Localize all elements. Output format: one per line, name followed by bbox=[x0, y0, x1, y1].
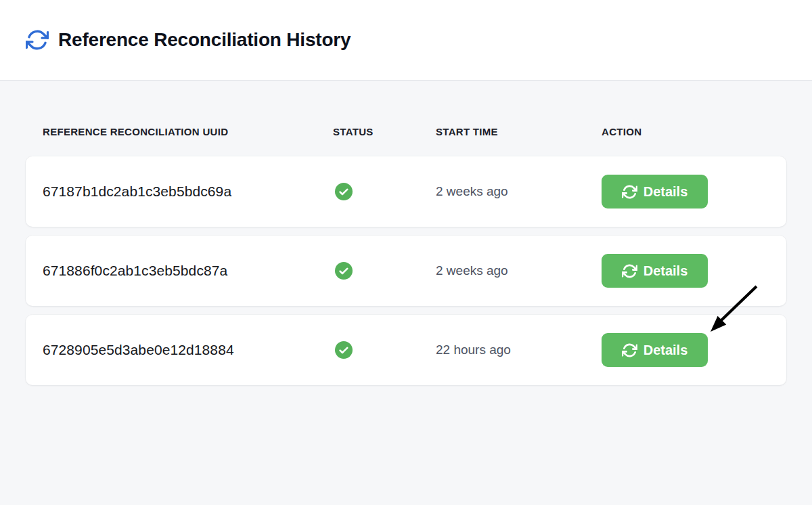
sync-icon bbox=[26, 28, 49, 51]
reconciliation-uuid: 6728905e5d3abe0e12d18884 bbox=[43, 342, 333, 358]
table-row: 671886f0c2ab1c3eb5bdc87a 2 weeks ago Det… bbox=[26, 236, 786, 306]
page-header: Reference Reconciliation History bbox=[0, 0, 812, 81]
check-circle-icon bbox=[335, 341, 353, 359]
check-circle-icon bbox=[335, 262, 353, 280]
status-cell bbox=[333, 341, 436, 359]
status-cell bbox=[333, 262, 436, 280]
page-title: Reference Reconciliation History bbox=[58, 29, 351, 51]
action-cell: Details bbox=[602, 175, 769, 208]
column-header-uuid: REFERENCE RECONCILIATION UUID bbox=[43, 127, 333, 137]
details-button[interactable]: Details bbox=[602, 175, 708, 208]
status-cell bbox=[333, 183, 436, 200]
start-time: 2 weeks ago bbox=[436, 184, 602, 199]
details-button[interactable]: Details bbox=[602, 254, 708, 288]
reconciliation-uuid: 671886f0c2ab1c3eb5bdc87a bbox=[43, 263, 333, 279]
details-button[interactable]: Details bbox=[602, 333, 708, 367]
start-time: 22 hours ago bbox=[436, 343, 602, 357]
column-header-start-time: START TIME bbox=[436, 127, 602, 137]
table-row: 67187b1dc2ab1c3eb5bdc69a 2 weeks ago Det… bbox=[26, 156, 786, 227]
column-header-action: ACTION bbox=[602, 127, 769, 137]
details-button-label: Details bbox=[644, 343, 688, 358]
check-circle-icon bbox=[335, 183, 353, 200]
details-button-label: Details bbox=[644, 184, 688, 200]
refresh-icon bbox=[622, 343, 637, 358]
refresh-icon bbox=[622, 263, 637, 279]
history-table: REFERENCE RECONCILIATION UUID STATUS STA… bbox=[0, 127, 812, 385]
column-header-status: STATUS bbox=[333, 127, 436, 137]
action-cell: Details bbox=[602, 254, 769, 288]
reconciliation-uuid: 67187b1dc2ab1c3eb5bdc69a bbox=[43, 183, 333, 200]
table-row: 6728905e5d3abe0e12d18884 22 hours ago De… bbox=[26, 315, 786, 385]
table-body: 67187b1dc2ab1c3eb5bdc69a 2 weeks ago Det… bbox=[26, 156, 786, 385]
refresh-icon bbox=[622, 184, 637, 200]
start-time: 2 weeks ago bbox=[436, 263, 602, 278]
table-header-row: REFERENCE RECONCILIATION UUID STATUS STA… bbox=[26, 127, 786, 137]
details-button-label: Details bbox=[644, 263, 688, 279]
action-cell: Details bbox=[602, 333, 769, 367]
